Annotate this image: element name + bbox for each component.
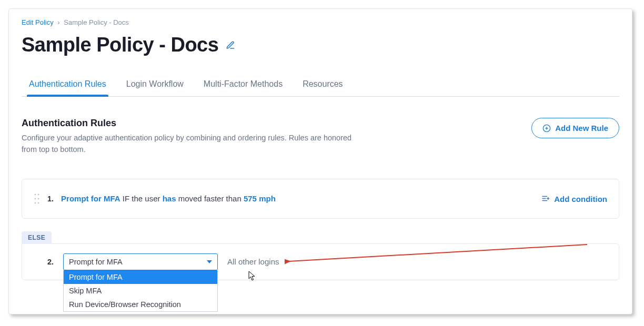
section-info: Authentication Rules Configure your adap… [22,118,358,156]
add-new-rule-label: Add New Rule [555,124,608,133]
dropdown-option-prompt-mfa[interactable]: Prompt for MFA [64,270,217,284]
cursor-icon [248,271,257,283]
page-title: Sample Policy - Docs [22,34,218,56]
svg-point-8 [38,202,39,204]
rule-text-1: Prompt for MFA IF the user has moved fas… [61,194,276,203]
svg-point-6 [38,198,39,200]
svg-point-3 [35,194,36,196]
tab-authentication-rules[interactable]: Authentication Rules [28,74,107,96]
breadcrumb: Edit Policy › Sample Policy - Docs [22,9,619,26]
section-header: Authentication Rules Configure your adap… [22,118,619,156]
policy-panel: Edit Policy › Sample Policy - Docs Sampl… [8,8,632,314]
rule-action-link[interactable]: Prompt for MFA [61,194,120,203]
svg-point-5 [35,198,36,200]
tabs: Authentication Rules Login Workflow Mult… [22,74,619,97]
tab-resources[interactable]: Resources [301,74,344,96]
rule-number-1: 1. [47,195,54,203]
breadcrumb-root-link[interactable]: Edit Policy [22,18,54,26]
dropdown-option-device-recognition[interactable]: Run Device/Browser Recognition [64,298,217,311]
rule-number-2: 2. [47,258,54,266]
tab-multi-factor-methods[interactable]: Multi-Factor Methods [203,74,284,96]
add-condition-label: Add condition [554,194,607,203]
section-title: Authentication Rules [22,118,358,129]
else-block: ELSE 2. Prompt for MFA Prompt for MFA Sk… [22,231,619,280]
action-select-value: Prompt for MFA [69,258,123,266]
breadcrumb-separator: › [57,18,59,26]
rule-card-2: 2. Prompt for MFA Prompt for MFA Skip MF… [22,243,619,280]
rule-card-1: 1. Prompt for MFA IF the user has moved … [22,179,619,219]
dropdown-option-skip-mfa[interactable]: Skip MFA [64,284,217,298]
all-other-logins-label: All other logins [227,257,279,266]
svg-point-7 [35,202,36,204]
tab-login-workflow[interactable]: Login Workflow [125,74,185,96]
drag-handle-icon[interactable] [34,193,40,205]
action-select-wrap: Prompt for MFA Prompt for MFA Skip MFA R… [63,253,218,270]
section-description: Configure your adaptive authentication p… [22,132,358,156]
action-dropdown: Prompt for MFA Skip MFA Run Device/Brows… [63,270,218,312]
chevron-down-icon [207,260,212,263]
action-select[interactable]: Prompt for MFA [63,253,218,270]
edit-title-icon[interactable] [226,40,235,50]
breadcrumb-current: Sample Policy - Docs [64,18,129,26]
add-condition-button[interactable]: Add condition [541,194,607,203]
else-label: ELSE [22,231,52,244]
title-row: Sample Policy - Docs [22,34,619,56]
add-new-rule-button[interactable]: Add New Rule [531,118,619,138]
svg-point-4 [38,194,39,196]
